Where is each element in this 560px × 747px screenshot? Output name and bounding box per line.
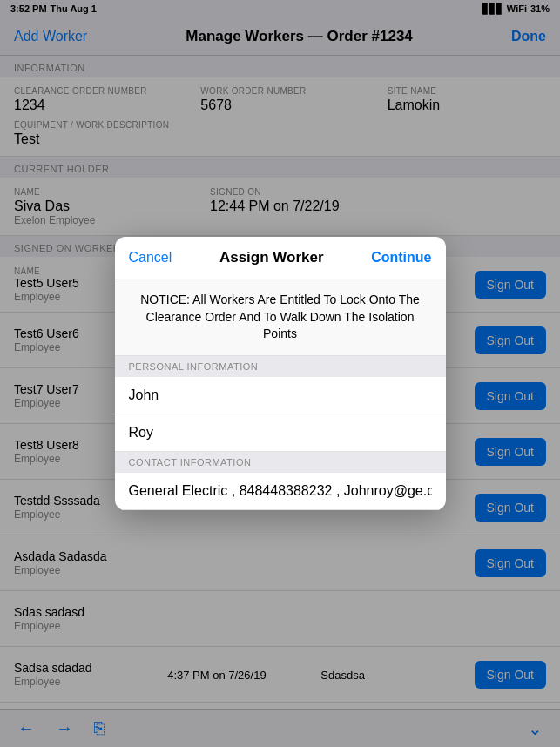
modal-header: Cancel Assign Worker Continue bbox=[115, 237, 446, 279]
contact-info-header: Contact Information bbox=[115, 452, 446, 473]
contact-info-field[interactable] bbox=[115, 473, 446, 510]
modal-notice: NOTICE: All Workers Are Entitled To Lock… bbox=[115, 279, 446, 356]
modal-cancel-button[interactable]: Cancel bbox=[129, 250, 172, 266]
last-name-field[interactable] bbox=[115, 414, 446, 452]
modal-overlay: Cancel Assign Worker Continue NOTICE: Al… bbox=[0, 0, 560, 747]
first-name-input[interactable] bbox=[129, 387, 432, 403]
last-name-input[interactable] bbox=[129, 425, 432, 441]
assign-worker-modal: Cancel Assign Worker Continue NOTICE: Al… bbox=[115, 237, 446, 510]
contact-info-input[interactable] bbox=[129, 483, 432, 499]
modal-title: Assign Worker bbox=[219, 249, 324, 266]
first-name-field[interactable] bbox=[115, 377, 446, 414]
personal-info-header: Personal Information bbox=[115, 356, 446, 377]
modal-continue-button[interactable]: Continue bbox=[371, 250, 431, 266]
